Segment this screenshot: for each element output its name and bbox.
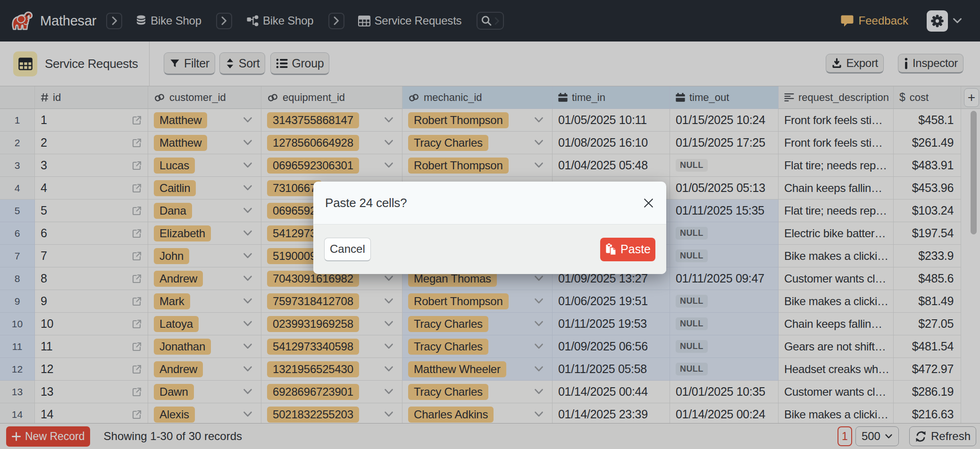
paste-label: Paste [620, 242, 651, 256]
modal-title: Paste 24 cells? [325, 196, 407, 210]
cancel-button[interactable]: Cancel [324, 238, 371, 261]
paste-button[interactable]: Paste [600, 238, 655, 261]
paste-confirm-dialog: Paste 24 cells? Cancel Paste [313, 182, 666, 274]
paste-clipboard-icon [605, 243, 617, 256]
close-icon[interactable] [640, 194, 657, 211]
